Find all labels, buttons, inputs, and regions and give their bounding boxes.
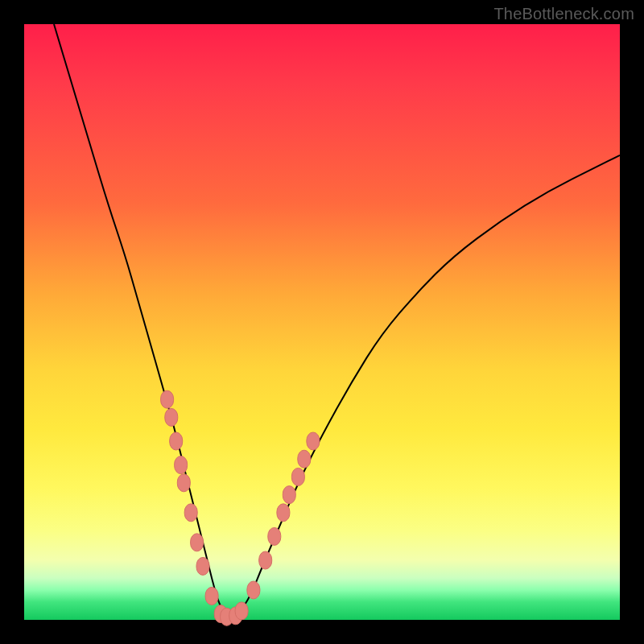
outer-frame: TheBottleneck.com xyxy=(0,0,644,644)
marker-dot xyxy=(247,581,260,599)
curve-svg xyxy=(24,24,620,620)
marker-dot xyxy=(170,432,183,450)
marker-dot xyxy=(298,450,311,468)
marker-dot xyxy=(165,408,178,426)
marker-dot xyxy=(291,468,304,485)
marker-dot xyxy=(161,390,174,408)
marker-dot xyxy=(175,456,188,474)
marker-dot xyxy=(268,527,281,545)
marker-dot xyxy=(235,602,248,620)
marker-dot xyxy=(196,557,209,575)
bottleneck-curve xyxy=(54,24,620,616)
marker-dot xyxy=(259,551,272,569)
marker-dot xyxy=(184,504,197,522)
marker-dot xyxy=(283,486,295,504)
marker-dot xyxy=(177,474,190,492)
marker-dot xyxy=(277,504,290,522)
markers-group xyxy=(161,390,320,625)
marker-dot xyxy=(205,587,218,605)
marker-dot xyxy=(191,534,204,551)
watermark-text: TheBottleneck.com xyxy=(493,5,634,23)
marker-dot xyxy=(307,432,320,450)
plot-area xyxy=(24,24,620,620)
